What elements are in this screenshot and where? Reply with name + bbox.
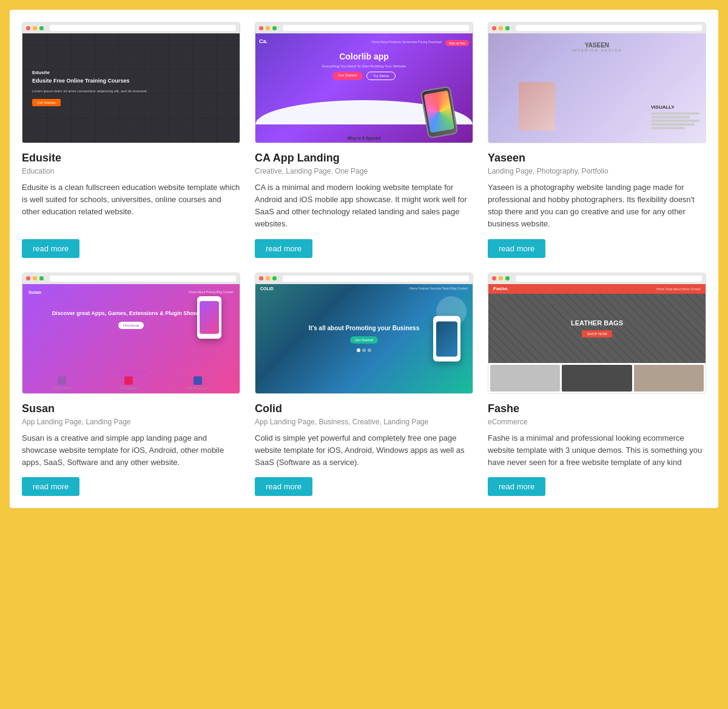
card-tags-yaseen: Landing Page, Photography, Portfolio <box>488 167 706 175</box>
ca-phone <box>420 86 458 138</box>
susan-icon-sq-3 <box>194 376 202 385</box>
ca-logo-mock: Ca. <box>259 38 268 44</box>
mock-content-colid: COLID Home Feature Services Team Blog Co… <box>255 284 473 393</box>
ca-btn2: Try Demo <box>366 72 396 80</box>
colid-bg: COLID Home Feature Services Team Blog Co… <box>255 284 473 393</box>
mock-content-edusite: Edusite Edusite Free Online Training Cou… <box>22 33 240 143</box>
fashe-hero: LEATHER BAGS SHOP NOW <box>488 294 706 363</box>
card-image-colid: COLID Home Feature Services Team Blog Co… <box>255 273 473 394</box>
read-more-button-colid[interactable]: read more <box>255 477 312 496</box>
browser-bar-ca <box>255 22 473 33</box>
dot-green-ca <box>272 26 277 30</box>
colid-dots <box>357 348 371 352</box>
susan-services-label: OUR SERVICES <box>22 370 240 374</box>
card-colid: COLID Home Feature Services Team Blog Co… <box>255 273 473 496</box>
card-title-yaseen: Yaseen <box>488 152 706 165</box>
dot-yellow-susan <box>33 276 37 280</box>
edusite-btn-mock: Get Started <box>32 99 61 106</box>
yaseen-sub-mock: INTERIOR DESIGN <box>571 49 622 52</box>
susan-service-label-1: Data in Cloud <box>53 386 71 390</box>
colid-header: COLID Home Feature Services Team Blog Co… <box>255 287 473 291</box>
susan-btn: Download <box>118 322 144 329</box>
url-bar-yaseen <box>516 25 702 31</box>
yaseen-header: YASEEN INTERIOR DESIGN <box>488 36 706 52</box>
edusite-logo-mock: Edusite <box>32 70 230 75</box>
url-bar-fashe <box>516 276 702 282</box>
card-edusite: Edusite Edusite Free Online Training Cou… <box>22 22 240 258</box>
card-image-yaseen: YASEEN INTERIOR DESIGN VISUALLY <box>488 22 706 143</box>
url-bar-colid <box>283 276 469 282</box>
card-yaseen: YASEEN INTERIOR DESIGN VISUALLY Yaseen L… <box>488 22 706 258</box>
card-tags-susan: App Landing Page, Landing Page <box>22 418 240 426</box>
dot-red-colid <box>259 276 263 280</box>
susan-icon-sq-2 <box>124 376 133 385</box>
read-more-button-yaseen[interactable]: read more <box>488 239 545 258</box>
browser-bar-susan <box>22 273 240 284</box>
card-tags-ca: Creative, Landing Page, One Page <box>255 167 473 175</box>
yaseen-visually: VISUALLY <box>651 104 699 110</box>
browser-bar-colid <box>255 273 473 284</box>
yaseen-lines <box>651 112 699 129</box>
susan-service-icons-row: Data in Cloud 24/7 Support Fully Respons… <box>22 376 240 390</box>
template-grid: Edusite Edusite Free Online Training Cou… <box>10 10 718 508</box>
dot-red-yaseen <box>492 26 496 30</box>
ca-bg: Ca. Home About Products Screenshot Prici… <box>255 33 473 143</box>
card-title-colid: Colid <box>255 402 473 415</box>
edusite-desc-mock: Lorem ipsum dolor sit amet consectetur a… <box>32 89 230 93</box>
susan-phone <box>197 296 221 339</box>
fashe-nav: Home Shop About News Contact <box>656 287 701 291</box>
card-tags-colid: App Landing Page, Business, Creative, La… <box>255 418 473 426</box>
colid-phone <box>433 316 460 361</box>
card-image-ca: Ca. Home About Products Screenshot Prici… <box>255 22 473 143</box>
yaseen-img-mock <box>519 82 555 131</box>
read-more-button-edusite[interactable]: read more <box>22 239 79 258</box>
colid-logo: COLID <box>260 287 274 291</box>
card-fashe: Fashe. Home Shop About News Contact LEAT… <box>488 273 706 496</box>
yaseen-text-block: VISUALLY <box>651 104 699 131</box>
colid-phone-screen <box>436 321 457 356</box>
ca-btn1: Get Started <box>332 72 363 80</box>
susan-phone-screen <box>200 301 219 334</box>
read-more-button-ca[interactable]: read more <box>255 239 312 258</box>
card-desc-fashe: Fashe is a minimal and professional look… <box>488 432 706 469</box>
ca-headline: Colorlib app <box>339 52 389 62</box>
ca-sub: Everything You Need To Start Building Yo… <box>322 64 406 68</box>
mock-content-yaseen: YASEEN INTERIOR DESIGN VISUALLY <box>488 33 706 143</box>
url-bar-susan <box>50 276 236 282</box>
edusite-title-mock: Edusite Free Online Training Courses <box>32 78 230 85</box>
dot-yellow-fashe <box>499 276 503 280</box>
read-more-button-fashe[interactable]: read more <box>488 477 545 496</box>
read-more-button-susan[interactable]: read more <box>22 477 79 496</box>
dot-yellow <box>33 26 37 30</box>
card-image-edusite: Edusite Edusite Free Online Training Cou… <box>22 22 240 143</box>
fashe-hero-text: LEATHER BAGS <box>571 319 623 327</box>
fashe-product-sunglasses <box>490 365 560 392</box>
susan-icon-sq-1 <box>58 376 66 385</box>
card-title-edusite: Edusite <box>22 152 240 165</box>
card-title-fashe: Fashe <box>488 402 706 415</box>
dot-yellow-yaseen <box>499 26 503 30</box>
susan-service-label-3: Fully Responsive <box>186 386 209 390</box>
dot-yellow-colid <box>266 276 270 280</box>
susan-service-label-2: 24/7 Support <box>120 386 138 390</box>
fashe-header: Fashe. Home Shop About News Contact <box>488 284 706 294</box>
fashe-bg: Fashe. Home Shop About News Contact LEAT… <box>488 284 706 393</box>
card-ca-app-landing: Ca. Home About Products Screenshot Prici… <box>255 22 473 258</box>
browser-bar <box>22 22 240 33</box>
card-desc-yaseen: Yaseen is a photography website landing … <box>488 181 706 231</box>
card-tags-fashe: eCommerce <box>488 418 706 426</box>
card-title-ca: CA App Landing <box>255 152 473 165</box>
card-title-susan: Susan <box>22 402 240 415</box>
dot-green-susan <box>39 276 44 280</box>
card-desc-edusite: Edusite is a clean fullscreen education … <box>22 181 240 231</box>
browser-bar-fashe <box>488 273 706 284</box>
susan-service-3: Fully Responsive <box>186 376 209 390</box>
yaseen-bg: YASEEN INTERIOR DESIGN VISUALLY <box>488 33 706 143</box>
card-image-fashe: Fashe. Home Shop About News Contact LEAT… <box>488 273 706 394</box>
ca-phone-screen <box>424 90 455 133</box>
colid-btn: Get Started <box>350 336 379 344</box>
dot-red-susan <box>26 276 30 280</box>
susan-logo: Susan <box>29 290 41 294</box>
card-desc-susan: Susan is a creative and simple app landi… <box>22 432 240 469</box>
fashe-product-watch <box>562 365 632 392</box>
